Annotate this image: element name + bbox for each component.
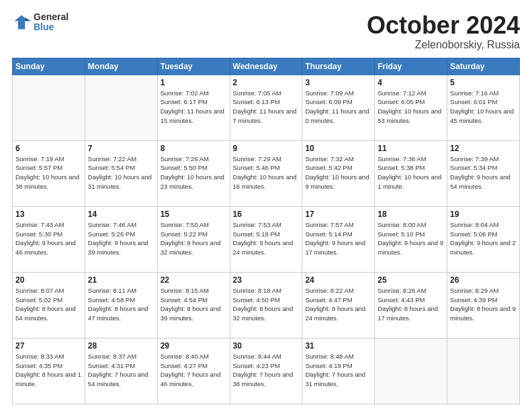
- day-info: Sunrise: 7:43 AM Sunset: 5:30 PM Dayligh…: [15, 220, 82, 257]
- calendar-cell: 5Sunrise: 7:16 AM Sunset: 6:01 PM Daylig…: [447, 75, 520, 140]
- calendar-location: Zelenoborskiy, Russia: [367, 39, 520, 51]
- weekday-header-row: Sunday Monday Tuesday Wednesday Thursday…: [13, 58, 520, 75]
- logo: General Blue: [12, 12, 69, 33]
- day-number: 12: [450, 144, 517, 153]
- day-number: 23: [233, 275, 300, 285]
- calendar-cell: [447, 338, 520, 404]
- header-monday: Monday: [85, 58, 157, 75]
- header-thursday: Thursday: [302, 58, 375, 75]
- day-number: 4: [378, 78, 444, 87]
- calendar-cell: 14Sunrise: 7:46 AM Sunset: 5:26 PM Dayli…: [85, 206, 157, 272]
- day-number: 10: [305, 144, 371, 153]
- calendar-cell: [375, 338, 447, 404]
- day-number: 24: [305, 275, 371, 285]
- day-number: 31: [305, 341, 371, 351]
- header-tuesday: Tuesday: [157, 58, 230, 75]
- day-info: Sunrise: 7:02 AM Sunset: 6:17 PM Dayligh…: [161, 89, 227, 126]
- day-info: Sunrise: 8:22 AM Sunset: 4:47 PM Dayligh…: [305, 286, 371, 323]
- day-number: 7: [88, 144, 154, 153]
- calendar-cell: 6Sunrise: 7:19 AM Sunset: 5:57 PM Daylig…: [13, 140, 85, 206]
- calendar-cell: [85, 75, 157, 140]
- day-number: 8: [161, 144, 227, 153]
- header-sunday: Sunday: [13, 58, 85, 75]
- day-number: 14: [88, 210, 154, 219]
- calendar-cell: 4Sunrise: 7:12 AM Sunset: 6:05 PM Daylig…: [375, 75, 447, 140]
- header-saturday: Saturday: [447, 58, 520, 75]
- calendar-cell: 1Sunrise: 7:02 AM Sunset: 6:17 PM Daylig…: [157, 75, 230, 140]
- day-info: Sunrise: 8:00 AM Sunset: 5:10 PM Dayligh…: [378, 220, 444, 257]
- day-info: Sunrise: 8:26 AM Sunset: 4:43 PM Dayligh…: [378, 286, 444, 323]
- header-friday: Friday: [375, 58, 447, 75]
- calendar-cell: 19Sunrise: 8:04 AM Sunset: 5:06 PM Dayli…: [447, 206, 520, 272]
- calendar-cell: 25Sunrise: 8:26 AM Sunset: 4:43 PM Dayli…: [375, 272, 447, 338]
- logo-general-text: General: [34, 12, 69, 22]
- calendar-cell: 10Sunrise: 7:32 AM Sunset: 5:42 PM Dayli…: [302, 140, 375, 206]
- calendar-cell: 16Sunrise: 7:53 AM Sunset: 5:18 PM Dayli…: [230, 206, 302, 272]
- day-number: 18: [378, 210, 444, 219]
- calendar-cell: 26Sunrise: 8:29 AM Sunset: 4:39 PM Dayli…: [447, 272, 520, 338]
- day-info: Sunrise: 7:46 AM Sunset: 5:26 PM Dayligh…: [88, 220, 154, 257]
- calendar-cell: 17Sunrise: 7:57 AM Sunset: 5:14 PM Dayli…: [302, 206, 375, 272]
- day-number: 22: [161, 275, 227, 285]
- day-number: 29: [161, 341, 227, 351]
- calendar-week-row: 20Sunrise: 8:07 AM Sunset: 5:02 PM Dayli…: [13, 272, 520, 338]
- day-number: 2: [233, 78, 300, 87]
- header: General Blue October 2024 Zelenoborskiy,…: [12, 12, 520, 51]
- day-info: Sunrise: 8:48 AM Sunset: 4:19 PM Dayligh…: [305, 352, 371, 389]
- day-info: Sunrise: 8:44 AM Sunset: 4:23 PM Dayligh…: [233, 352, 300, 389]
- day-number: 1: [161, 78, 227, 87]
- calendar-cell: 29Sunrise: 8:40 AM Sunset: 4:27 PM Dayli…: [157, 338, 230, 404]
- calendar-week-row: 6Sunrise: 7:19 AM Sunset: 5:57 PM Daylig…: [13, 140, 520, 206]
- calendar-cell: 20Sunrise: 8:07 AM Sunset: 5:02 PM Dayli…: [13, 272, 85, 338]
- calendar-cell: 18Sunrise: 8:00 AM Sunset: 5:10 PM Dayli…: [375, 206, 447, 272]
- day-number: 28: [88, 341, 154, 351]
- calendar-week-row: 13Sunrise: 7:43 AM Sunset: 5:30 PM Dayli…: [13, 206, 520, 272]
- day-number: 6: [15, 144, 82, 153]
- day-info: Sunrise: 7:26 AM Sunset: 5:50 PM Dayligh…: [161, 154, 227, 191]
- logo-text: General Blue: [34, 12, 69, 33]
- logo-icon: [12, 13, 31, 32]
- day-info: Sunrise: 8:11 AM Sunset: 4:58 PM Dayligh…: [88, 286, 154, 323]
- calendar-cell: 24Sunrise: 8:22 AM Sunset: 4:47 PM Dayli…: [302, 272, 375, 338]
- title-block: October 2024 Zelenoborskiy, Russia: [367, 12, 520, 51]
- day-number: 13: [15, 210, 82, 219]
- day-info: Sunrise: 7:05 AM Sunset: 6:13 PM Dayligh…: [233, 89, 300, 126]
- day-info: Sunrise: 7:57 AM Sunset: 5:14 PM Dayligh…: [305, 220, 371, 257]
- day-info: Sunrise: 7:09 AM Sunset: 6:09 PM Dayligh…: [305, 89, 371, 126]
- calendar-cell: 11Sunrise: 7:36 AM Sunset: 5:38 PM Dayli…: [375, 140, 447, 206]
- day-info: Sunrise: 8:33 AM Sunset: 4:35 PM Dayligh…: [15, 352, 82, 389]
- day-info: Sunrise: 7:39 AM Sunset: 5:34 PM Dayligh…: [450, 154, 517, 191]
- day-info: Sunrise: 7:22 AM Sunset: 5:54 PM Dayligh…: [88, 154, 154, 191]
- logo-blue-text: Blue: [34, 22, 69, 32]
- svg-marker-1: [25, 17, 31, 21]
- day-info: Sunrise: 8:07 AM Sunset: 5:02 PM Dayligh…: [15, 286, 82, 323]
- day-info: Sunrise: 8:04 AM Sunset: 5:06 PM Dayligh…: [450, 220, 517, 257]
- day-number: 25: [378, 275, 444, 285]
- calendar-table: Sunday Monday Tuesday Wednesday Thursday…: [12, 58, 520, 404]
- calendar-cell: 12Sunrise: 7:39 AM Sunset: 5:34 PM Dayli…: [447, 140, 520, 206]
- day-info: Sunrise: 7:29 AM Sunset: 5:46 PM Dayligh…: [233, 154, 300, 191]
- day-number: 5: [450, 78, 517, 87]
- day-info: Sunrise: 8:29 AM Sunset: 4:39 PM Dayligh…: [450, 286, 517, 323]
- day-number: 30: [233, 341, 300, 351]
- calendar-cell: 22Sunrise: 8:15 AM Sunset: 4:54 PM Dayli…: [157, 272, 230, 338]
- calendar-cell: 27Sunrise: 8:33 AM Sunset: 4:35 PM Dayli…: [13, 338, 85, 404]
- day-number: 19: [450, 210, 517, 219]
- calendar-cell: 30Sunrise: 8:44 AM Sunset: 4:23 PM Dayli…: [230, 338, 302, 404]
- day-info: Sunrise: 8:37 AM Sunset: 4:31 PM Dayligh…: [88, 352, 154, 389]
- calendar-cell: 8Sunrise: 7:26 AM Sunset: 5:50 PM Daylig…: [157, 140, 230, 206]
- day-info: Sunrise: 7:16 AM Sunset: 6:01 PM Dayligh…: [450, 89, 517, 126]
- calendar-cell: 2Sunrise: 7:05 AM Sunset: 6:13 PM Daylig…: [230, 75, 302, 140]
- day-info: Sunrise: 8:40 AM Sunset: 4:27 PM Dayligh…: [161, 352, 227, 389]
- day-number: 9: [233, 144, 300, 153]
- calendar-cell: 9Sunrise: 7:29 AM Sunset: 5:46 PM Daylig…: [230, 140, 302, 206]
- calendar-cell: 15Sunrise: 7:50 AM Sunset: 5:22 PM Dayli…: [157, 206, 230, 272]
- calendar-cell: 31Sunrise: 8:48 AM Sunset: 4:19 PM Dayli…: [302, 338, 375, 404]
- calendar-cell: 3Sunrise: 7:09 AM Sunset: 6:09 PM Daylig…: [302, 75, 375, 140]
- calendar-cell: 21Sunrise: 8:11 AM Sunset: 4:58 PM Dayli…: [85, 272, 157, 338]
- calendar-cell: 7Sunrise: 7:22 AM Sunset: 5:54 PM Daylig…: [85, 140, 157, 206]
- day-number: 21: [88, 275, 154, 285]
- day-info: Sunrise: 7:53 AM Sunset: 5:18 PM Dayligh…: [233, 220, 300, 257]
- calendar-title: October 2024: [367, 12, 520, 39]
- day-number: 16: [233, 210, 300, 219]
